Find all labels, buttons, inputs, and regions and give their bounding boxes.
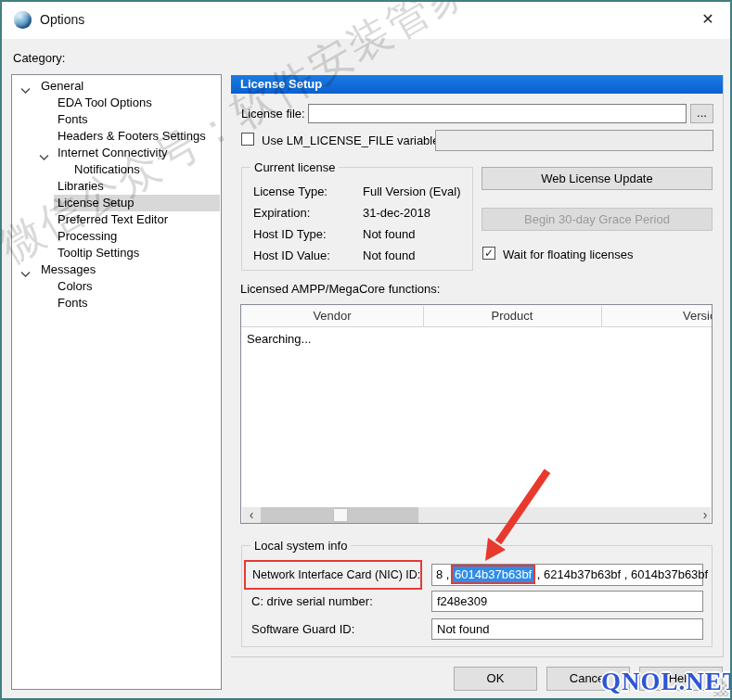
guard-id-label: Software Guard ID: [251, 622, 354, 636]
table-scrollbar[interactable]: ‹ › [242, 507, 711, 523]
license-file-label: License file: [241, 107, 305, 121]
functions-label: Licensed AMPP/MegaCore functions: [240, 282, 440, 296]
wait-floating-label: Wait for floating licenses [503, 248, 633, 261]
host-id-value-value: Not found [363, 248, 415, 262]
expiration-label: Expiration: [253, 206, 310, 220]
guard-id-field[interactable]: Not found [431, 618, 703, 640]
current-license-title: Current license [250, 160, 339, 174]
c-drive-label: C: drive serial number: [251, 594, 373, 608]
tree-item-license-setup[interactable]: License Setup [13, 195, 220, 211]
scrollbar-thumb[interactable] [333, 508, 348, 522]
column-product[interactable]: Product [423, 309, 601, 323]
license-type-label: License Type: [253, 185, 327, 198]
wait-floating-checkbox[interactable]: ✓ [482, 247, 495, 260]
tree-item-messages-fonts[interactable]: Fonts [13, 295, 220, 312]
chevron-down-icon[interactable] [20, 83, 31, 90]
tree-item-eda-tool-options[interactable]: EDA Tool Options [13, 95, 220, 111]
nic-prefix: 8 , [436, 567, 453, 581]
lm-license-label: Use LM_LICENSE_FILE variable: [262, 134, 443, 147]
lm-license-checkbox[interactable] [241, 133, 254, 146]
license-file-input[interactable] [308, 104, 687, 123]
chevron-down-icon[interactable] [20, 266, 31, 274]
nic-highlighted-value[interactable]: 6014b37b63bf [453, 566, 533, 582]
scroll-right-icon[interactable]: › [698, 507, 713, 523]
nic-suffix: , 6214b37b63bf , 6014b37b63bf [533, 567, 708, 581]
window-title: Options [40, 12, 84, 27]
host-id-type-label: Host ID Type: [253, 227, 327, 241]
panel-right-border [723, 75, 724, 657]
help-button[interactable]: Help [639, 667, 723, 691]
tree-item-fonts[interactable]: Fonts [13, 111, 220, 128]
column-divider [423, 306, 424, 326]
tree-item-messages[interactable]: Messages [13, 261, 220, 278]
c-drive-field[interactable]: f248e309 [431, 591, 703, 612]
tree-item-notifications[interactable]: Notifications [13, 161, 220, 178]
current-license-group: Current license License Type: Full Versi… [241, 167, 473, 271]
category-tree: General EDA Tool Options Fonts Headers &… [11, 74, 222, 690]
options-dialog: Options ✕ Category: General EDA Tool Opt… [0, 0, 732, 700]
column-version[interactable]: Version [683, 309, 713, 323]
scroll-left-icon[interactable]: ‹ [244, 507, 259, 523]
ok-button[interactable]: OK [454, 667, 537, 691]
tree-item-colors[interactable]: Colors [13, 278, 220, 295]
checkmark-icon: ✓ [484, 247, 494, 260]
nic-label-annotation: Network Interface Card (NIC) ID: [244, 560, 422, 590]
column-divider [601, 306, 602, 326]
host-id-value-label: Host ID Value: [253, 248, 330, 262]
tree-item-preferred-text-editor[interactable]: Preferred Text Editor [13, 211, 220, 228]
functions-table: Vendor Product Version Searching... ‹ › [240, 304, 713, 524]
cancel-button[interactable]: Cancel [546, 667, 630, 691]
expiration-value: 31-dec-2018 [363, 206, 430, 220]
tree-item-internet-connectivity[interactable]: Internet Connectivity [13, 145, 220, 161]
tree-item-libraries[interactable]: Libraries [13, 178, 220, 195]
web-license-update-button[interactable]: Web License Update [482, 167, 713, 190]
column-vendor[interactable]: Vendor [241, 309, 423, 323]
pixel-pattern-watermark [713, 681, 728, 696]
host-id-type-value: Not found [363, 227, 415, 241]
grace-period-button: Begin 30-day Grace Period [482, 208, 713, 231]
title-bar: Options ✕ [2, 2, 730, 39]
functions-table-header: Vendor Product Version [241, 305, 712, 327]
nic-value-field[interactable]: 8 , 6014b37b63bf , 6214b37b63bf , 6014b3… [431, 564, 703, 586]
table-status-text: Searching... [247, 332, 311, 346]
browse-button[interactable]: ... [690, 104, 713, 123]
nic-label: Network Interface Card (NIC) ID: [252, 568, 420, 581]
local-system-title: Local system info [250, 539, 351, 553]
tree-item-processing[interactable]: Processing [13, 228, 220, 245]
app-logo-icon [14, 11, 32, 29]
chevron-down-icon[interactable] [39, 149, 49, 157]
tree-item-tooltip-settings[interactable]: Tooltip Settings [13, 245, 220, 261]
panel-bottom-border [231, 656, 724, 657]
license-type-value: Full Version (Eval) [363, 185, 460, 198]
tree-item-general[interactable]: General [13, 78, 220, 95]
close-icon[interactable]: ✕ [691, 6, 725, 33]
panel-header: License Setup [231, 75, 723, 94]
tree-item-headers-footers[interactable]: Headers & Footers Settings [13, 128, 220, 145]
lm-license-input [435, 130, 713, 151]
category-label: Category: [13, 51, 65, 65]
local-system-group: Local system info Network Interface Card… [241, 545, 713, 647]
